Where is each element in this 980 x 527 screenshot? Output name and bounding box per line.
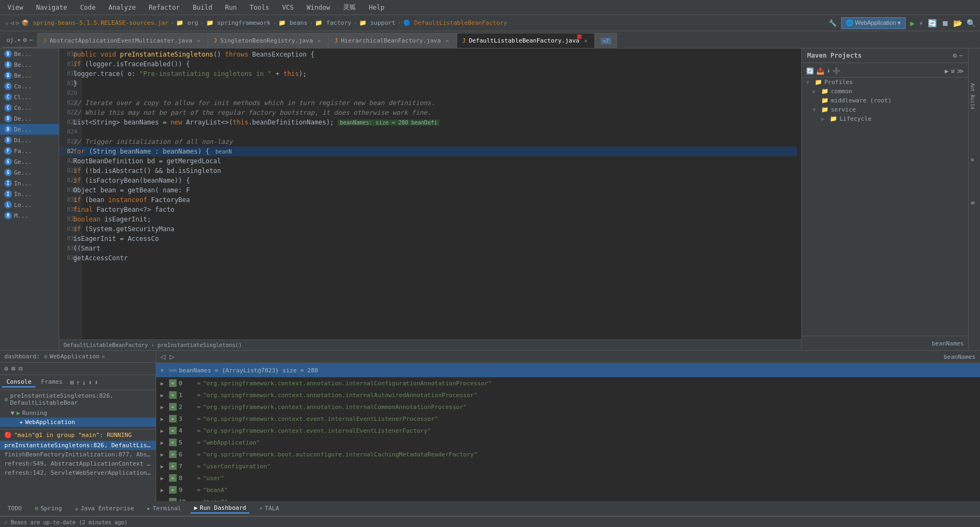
sidebar-item-cl1[interactable]: C Cl... [0,92,59,102]
maven-icon-1[interactable]: 🔄 [806,67,814,75]
sidebar-item-be2[interactable]: B Be... [0,59,59,70]
action-icon-2[interactable]: 🔄 [928,19,937,27]
var-item-3[interactable]: ▶ ≡ 3 = "org.springframework.context.eve… [156,413,980,425]
debug-tab-console[interactable]: Console [2,377,36,387]
sidebar-item-in1[interactable]: I In... [0,178,59,189]
var-item-1[interactable]: ▶ ≡ 1 = "org.springframework.context.ann… [156,389,980,401]
maven-lifecycle[interactable]: ▶ 📁 Lifecycle [802,114,968,123]
breadcrumb-jar[interactable]: 📦 spring-beans-5.1.5.RELEASE-sources.jar [22,19,168,26]
menu-view[interactable]: View [4,3,26,12]
var-root-row[interactable]: ▼ ∞∞ beanNames = {ArrayList@7023} size =… [156,363,980,377]
var-item-9[interactable]: ▶ ≡ 9 = "beanA" [156,484,980,496]
frames-icon-1[interactable]: ⊞ [70,379,74,386]
maven-icon-4[interactable]: ➕ [832,67,841,75]
tab-close-button[interactable]: ✕ [444,38,451,44]
tab-event-multicaster[interactable]: J AbstractApplicationEventMulticaster.ja… [37,33,208,48]
frame-2[interactable]: refresh:549, AbstractApplicationContext … [0,459,156,468]
debug-icon-layout[interactable]: ⊞ [11,365,15,372]
tab-singleton-registry[interactable]: J SingletonBeanRegistry.java ✕ [208,33,328,48]
sidebar-item-di[interactable]: D Di... [0,135,59,145]
maven-icon-6[interactable]: ≡ [951,67,955,75]
debug-icon-settings[interactable]: ⚙ [4,365,8,372]
sidebar-item-be1[interactable]: B Be... [0,48,59,59]
maven-icon-5[interactable]: ▶ [945,67,949,75]
frame-0[interactable]: preInstantiateSingletons:826, DefaultLis… [0,441,156,450]
var-item-7[interactable]: ▶ ≡ 7 = "userConfiguration" [156,460,980,472]
sidebar-item-in2[interactable]: I In... [0,189,59,199]
run-button[interactable]: ▶ [910,19,914,27]
tab-hierarchical[interactable]: J HierarchicalBeanFactory.java ✕ [328,33,456,48]
action-icon-4[interactable]: 📂 [953,19,962,27]
sidebar-item-co2[interactable]: C Co... [0,102,59,113]
sidebar-item-lo[interactable]: L Lo... [0,199,59,210]
frames-icon-3[interactable]: ↓ [82,379,86,386]
maven-service[interactable]: ▼ 📁 service [802,105,968,114]
tab-close-button[interactable]: ✕ [316,38,323,44]
debug-icon-filter[interactable]: ⊟ [18,365,22,372]
action-icon-1[interactable]: ⚡ [919,19,923,27]
var-item-10[interactable]: ▶ ≡ 10 = "beanB" [156,496,980,501]
maven-common[interactable]: ▶ 📁 common [802,87,968,96]
sidebar-item-m[interactable]: M M... [0,210,59,221]
action-icon-3[interactable]: ⏹ [941,19,949,27]
var-item-2[interactable]: ▶ ≡ 2 = "org.springframework.context.ann… [156,401,980,413]
var-nav-back[interactable]: ◁ [160,353,165,360]
bottom-tab-todo[interactable]: TODO [4,504,25,513]
frame-1[interactable]: finishBeanFactoryInitialization:877, Abs… [0,450,156,459]
sidebar-item-co1[interactable]: C Co... [0,81,59,92]
running-expand[interactable]: ▼ [11,410,15,417]
close-webapp[interactable]: ✕ [102,353,105,359]
maven-icon-7[interactable]: ≫ [957,67,964,75]
sidebar-item-ge1[interactable]: G Ge... [0,156,59,167]
var-item-6[interactable]: ▶ ≡ 6 = "org.springframework.boot.autoco… [156,448,980,460]
sidebar-item-de1[interactable]: D De... [0,113,59,124]
frame-3[interactable]: refresh:142, ServletWebServerApplication… [0,468,156,477]
breadcrumb-beans[interactable]: 📁 beans [278,19,307,26]
bottom-tab-java-enterprise[interactable]: ☕ Java Enterprise [72,504,137,513]
maven-icon-3[interactable]: ⬇ [827,67,830,75]
frames-icon-5[interactable]: ⬇ [94,379,98,386]
maven-icon-2[interactable]: 📥 [816,67,824,75]
nav-forward[interactable]: ▷ [16,19,20,26]
menu-help[interactable]: Help [366,3,388,12]
var-item-0[interactable]: ▶ ≡ 0 = "org.springframework.context.ann… [156,377,980,389]
menu-code[interactable]: Code [77,3,99,12]
settings-icon[interactable]: ⚙ [23,36,27,44]
var-nav-forward[interactable]: ▷ [170,353,174,360]
breadcrumb-factory[interactable]: 📁 factory [315,19,351,26]
breadcrumb-class[interactable]: 🔵 DefaultListableBeanFactory [403,19,507,26]
menu-build[interactable]: Build [190,3,215,12]
expand-icon[interactable]: − [29,36,33,44]
menu-analyze[interactable]: Analyze [106,3,139,12]
menu-run[interactable]: Run [222,3,240,12]
maven-middleware[interactable]: 📁 middleware (root) [802,96,968,105]
sidebar-item-ge2[interactable]: G Ge... [0,167,59,178]
bottom-tab-terminal[interactable]: ▸ Terminal [144,504,185,513]
breadcrumb-springframework[interactable]: 📁 springframework [206,19,271,26]
nav-back[interactable]: ◁ [10,19,14,26]
tab-close-button[interactable]: ✕ [583,38,589,44]
var-item-8[interactable]: ▶ ≡ 8 = "user" [156,472,980,484]
sidebar-item-be3[interactable]: B Be... [0,70,59,81]
sidebar-item-de2-selected[interactable]: D De... [0,124,59,135]
bottom-tab-tala[interactable]: ⚡ TALA [256,504,282,513]
search-icon[interactable]: 🔍 [967,19,976,27]
menu-linghu[interactable]: 灵狐 [340,2,359,13]
breadcrumb-support[interactable]: 📁 support [359,19,395,26]
var-item-4[interactable]: ▶ ≡ 4 = "org.springframework.context.eve… [156,425,980,436]
project-selector[interactable]: oj.▾ [6,37,21,44]
menu-window[interactable]: Window [304,3,333,12]
maven-settings-icon[interactable]: ⚙ [953,52,957,59]
var-item-5[interactable]: ▶ ≡ 5 = "webApplication" [156,436,980,448]
menu-vcs[interactable]: VCS [279,3,297,12]
maven-minimize-icon[interactable]: − [959,52,963,59]
bottom-tab-run-dashboard[interactable]: ▶ Run Dashboard [191,503,249,514]
webapp-button[interactable]: 🌐 WebApplication ▾ [841,17,906,29]
debug-tab-frames[interactable]: Frames [37,377,67,387]
tab-more[interactable]: =7 [595,33,617,48]
tab-default-listable[interactable]: J DefaultListableBeanFactory.java ✕ [457,33,595,48]
sidebar-item-fa[interactable]: F Fa... [0,145,59,156]
frames-icon-2[interactable]: ↑ [76,379,80,386]
menu-refactor[interactable]: Refactor [145,3,183,12]
bottom-tab-spring[interactable]: ⚙ Spring [32,504,65,513]
